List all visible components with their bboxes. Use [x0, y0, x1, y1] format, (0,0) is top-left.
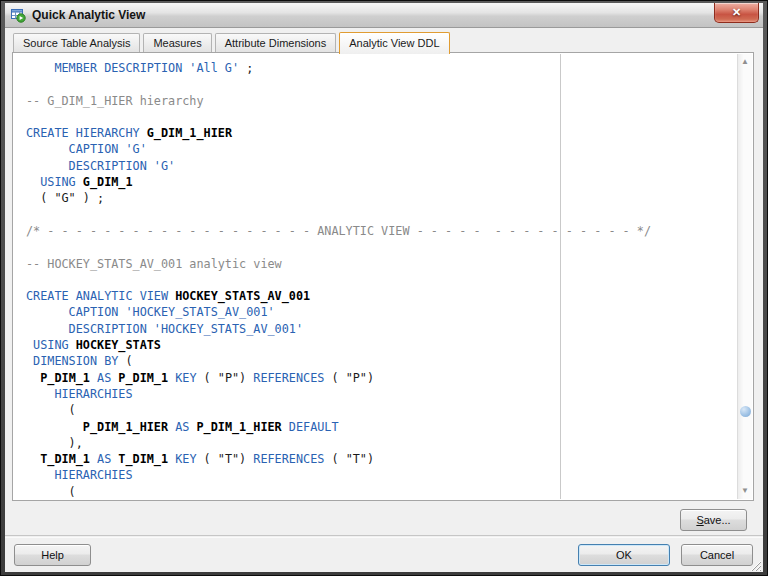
dialog-body: Source Table AnalysisMeasuresAttribute D…	[5, 28, 763, 572]
code-line: DESCRIPTION 'HOCKEY_STATS_AV_001'	[26, 321, 737, 337]
code-line: CAPTION 'G'	[26, 141, 737, 157]
tab-source-table-analysis[interactable]: Source Table Analysis	[13, 33, 140, 52]
code-line: HIERARCHIES	[26, 386, 737, 402]
scroll-down-icon[interactable]: ▼	[738, 484, 752, 498]
code-line	[26, 239, 737, 255]
close-icon: ✕	[732, 7, 741, 18]
code-line: ( "G" ) ;	[26, 190, 737, 206]
tab-measures[interactable]: Measures	[143, 33, 211, 52]
ok-button[interactable]: OK	[578, 544, 670, 566]
close-button[interactable]: ✕	[714, 3, 759, 23]
code-line: /* - - - - - - - - - - - - - - - - - - -…	[26, 223, 737, 239]
code-line: MEMBER DESCRIPTION 'All G' ;	[26, 60, 737, 76]
code-line: (	[26, 402, 737, 418]
code-line: -- G_DIM_1_HIER hierarchy	[26, 93, 737, 109]
code-line: CREATE HIERARCHY G_DIM_1_HIER	[26, 125, 737, 141]
titlebar[interactable]: Quick Analytic View ✕	[5, 3, 763, 28]
code-line: DIMENSION BY (	[26, 353, 737, 369]
resize-grip[interactable]	[749, 558, 762, 571]
code-line: USING HOCKEY_STATS	[26, 337, 737, 353]
tab-attribute-dimensions[interactable]: Attribute Dimensions	[215, 33, 337, 52]
code-line: DESCRIPTION 'G'	[26, 158, 737, 174]
window-title: Quick Analytic View	[32, 8, 145, 22]
ddl-code-editor[interactable]: MEMBER DESCRIPTION 'All G' ; -- G_DIM_1_…	[13, 53, 737, 500]
scrollbar-thumb[interactable]	[740, 406, 751, 417]
code-line	[26, 207, 737, 223]
code-line: -- HOCKEY_STATS_AV_001 analytic view	[26, 256, 737, 272]
tab-analytic-view-ddl[interactable]: Analytic View DDL	[339, 32, 449, 54]
code-line: T_DIM_1 AS T_DIM_1 KEY ( "T") REFERENCES…	[26, 451, 737, 467]
code-line	[26, 272, 737, 288]
code-line: CAPTION 'HOCKEY_STATS_AV_001'	[26, 304, 737, 320]
code-line	[26, 109, 737, 125]
quick-analytic-view-dialog: Quick Analytic View ✕ Source Table Analy…	[0, 0, 768, 576]
cancel-button[interactable]: Cancel	[681, 544, 753, 566]
tab-bar: Source Table AnalysisMeasuresAttribute D…	[13, 32, 450, 52]
analytic-view-ddl-panel: MEMBER DESCRIPTION 'All G' ; -- G_DIM_1_…	[12, 52, 754, 501]
code-line: P_DIM_1_HIER AS P_DIM_1_HIER DEFAULT	[26, 419, 737, 435]
save-button[interactable]: Save...	[680, 509, 747, 531]
code-line: CREATE ANALYTIC VIEW HOCKEY_STATS_AV_001	[26, 288, 737, 304]
vertical-scrollbar[interactable]: ▲ ▼	[737, 54, 752, 499]
scroll-up-icon[interactable]: ▲	[738, 55, 752, 69]
code-line: ),	[26, 435, 737, 451]
code-line: HIERARCHIES	[26, 467, 737, 483]
help-button[interactable]: Help	[14, 544, 91, 566]
analytic-view-icon	[10, 7, 26, 23]
code-line: P_DIM_1 AS P_DIM_1 KEY ( "P") REFERENCES…	[26, 370, 737, 386]
button-bar-separator	[5, 535, 763, 537]
code-line: (	[26, 484, 737, 500]
code-line	[26, 76, 737, 92]
code-line: USING G_DIM_1	[26, 174, 737, 190]
